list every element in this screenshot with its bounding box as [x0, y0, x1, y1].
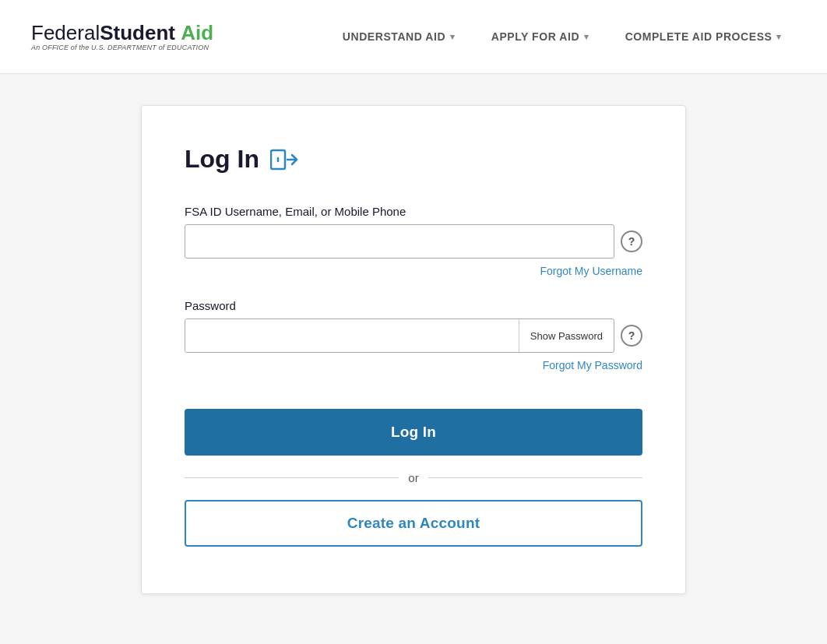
logo: FederalStudent Aid An OFFICE of the U.S.…	[31, 22, 213, 52]
chevron-down-icon: ▾	[450, 32, 456, 42]
nav-understand-aid[interactable]: UNDERSTAND AID ▾	[329, 24, 470, 49]
username-field-group: FSA ID Username, Email, or Mobile Phone …	[185, 205, 642, 277]
nav-apply-for-aid[interactable]: APPLY FOR AID ▾	[477, 24, 604, 49]
username-input-row: ?	[185, 224, 642, 259]
login-title-row: Log In	[185, 145, 642, 174]
forgot-username-link[interactable]: Forgot My Username	[540, 265, 642, 277]
username-help-icon[interactable]: ?	[621, 231, 642, 252]
password-input-row: Show Password ?	[185, 318, 642, 353]
login-card: Log In FSA ID Username, Email, or Mobile…	[141, 105, 686, 594]
forgot-password-row: Forgot My Password	[185, 359, 642, 371]
nav-complete-aid-process[interactable]: COMPLETE AID PROCESS ▾	[611, 24, 796, 49]
username-input[interactable]	[185, 224, 614, 259]
logo-aid: Aid	[181, 21, 213, 44]
divider-line-left	[185, 477, 399, 478]
chevron-down-icon: ▾	[584, 32, 589, 42]
forgot-password-link[interactable]: Forgot My Password	[543, 359, 642, 371]
main-content: Log In FSA ID Username, Email, or Mobile…	[0, 74, 827, 625]
password-input[interactable]	[185, 319, 519, 352]
nav-apply-for-aid-label: APPLY FOR AID	[491, 30, 579, 43]
nav-complete-aid-process-label: COMPLETE AID PROCESS	[625, 30, 772, 43]
logo-student: Student	[100, 21, 175, 44]
site-header: FederalStudent Aid An OFFICE of the U.S.…	[0, 0, 827, 74]
password-field-group: Password Show Password ? Forgot My Passw…	[185, 299, 642, 371]
page-title: Log In	[185, 145, 259, 174]
password-input-wrapper: Show Password	[185, 318, 614, 353]
logo-federal: Federal	[31, 21, 100, 44]
divider-line-right	[428, 477, 642, 478]
logo-text: FederalStudent Aid	[31, 22, 213, 44]
password-help-icon[interactable]: ?	[621, 325, 642, 347]
login-arrow-icon	[270, 149, 298, 171]
login-button[interactable]: Log In	[185, 409, 642, 456]
logo-subtitle: An OFFICE of the U.S. DEPARTMENT of EDUC…	[31, 44, 213, 51]
username-label: FSA ID Username, Email, or Mobile Phone	[185, 205, 642, 218]
show-password-button[interactable]: Show Password	[519, 319, 614, 352]
password-label: Password	[185, 299, 642, 312]
forgot-username-row: Forgot My Username	[185, 265, 642, 277]
create-account-button[interactable]: Create an Account	[185, 500, 642, 547]
or-divider: or	[185, 471, 642, 484]
chevron-down-icon: ▾	[776, 32, 782, 42]
main-nav: UNDERSTAND AID ▾ APPLY FOR AID ▾ COMPLET…	[329, 24, 796, 49]
nav-understand-aid-label: UNDERSTAND AID	[343, 30, 445, 43]
or-text: or	[408, 471, 418, 484]
